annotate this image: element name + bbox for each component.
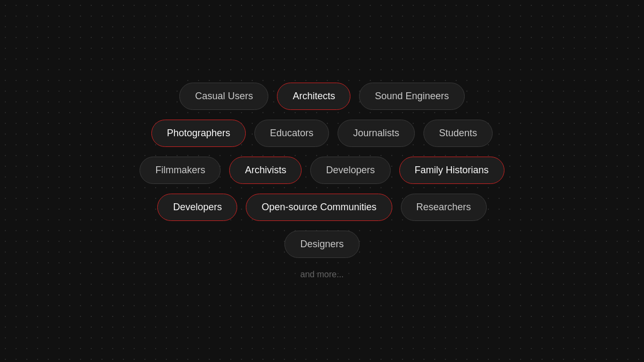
tag-archivists[interactable]: Archivists — [229, 157, 302, 184]
tag-researchers[interactable]: Researchers — [401, 194, 487, 221]
tag-open-source-communities[interactable]: Open-source Communities — [246, 194, 392, 221]
tag-sound-engineers[interactable]: Sound Engineers — [359, 83, 464, 110]
tag-journalists[interactable]: Journalists — [338, 120, 415, 147]
tag-casual-users[interactable]: Casual Users — [179, 83, 268, 110]
tag-students[interactable]: Students — [423, 120, 493, 147]
tag-row-1: PhotographersEducatorsJournalistsStudent… — [151, 120, 493, 147]
tags-container: Casual UsersArchitectsSound EngineersPho… — [140, 83, 504, 279]
tag-designers[interactable]: Designers — [284, 231, 359, 258]
tag-architects[interactable]: Architects — [277, 83, 350, 110]
tag-photographers[interactable]: Photographers — [151, 120, 246, 147]
tag-educators[interactable]: Educators — [254, 120, 329, 147]
and-more-text: and more... — [301, 270, 344, 279]
tag-filmmakers[interactable]: Filmmakers — [140, 157, 221, 184]
tag-developers[interactable]: Developers — [310, 157, 390, 184]
tag-row-2: FilmmakersArchivistsDevelopersFamily His… — [140, 157, 504, 184]
tag-family-historians[interactable]: Family Historians — [399, 157, 504, 184]
tag-row-0: Casual UsersArchitectsSound Engineers — [179, 83, 464, 110]
tag-row-4: Designers — [284, 231, 359, 258]
tag-row-3: DevelopersOpen-source CommunitiesResearc… — [157, 194, 486, 221]
tag-developers[interactable]: Developers — [157, 194, 237, 221]
